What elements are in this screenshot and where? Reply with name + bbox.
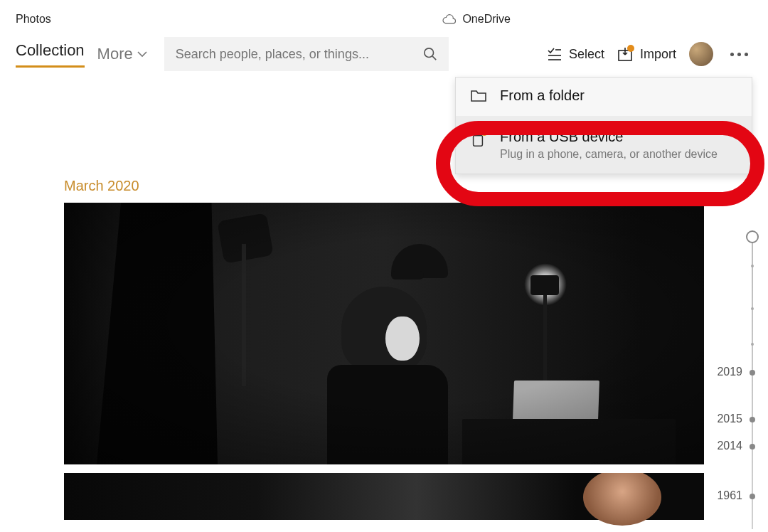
svg-line-1 (432, 56, 436, 60)
import-from-folder[interactable]: From a folder (456, 78, 752, 116)
timeline-marker[interactable] (750, 417, 755, 422)
search-box[interactable] (164, 37, 449, 71)
onedrive-label: OneDrive (462, 13, 511, 26)
dot-icon (737, 53, 741, 56)
search-input[interactable] (176, 47, 410, 62)
import-button[interactable]: Import (617, 46, 676, 62)
tab-more[interactable]: More (97, 45, 147, 63)
tab-more-label: More (97, 45, 133, 63)
folder-icon (470, 89, 487, 103)
timeline-scrubber[interactable]: 2019 2015 2014 1961 (714, 230, 764, 529)
dot-icon (730, 53, 734, 56)
photo-thumbnail[interactable] (64, 203, 704, 464)
timeline-track (752, 230, 753, 529)
chevron-down-icon (137, 51, 147, 58)
photo-thumbnail[interactable] (64, 473, 704, 520)
timeline-year[interactable]: 2015 (717, 413, 742, 425)
usb-badge (480, 127, 489, 136)
timeline-marker[interactable] (750, 444, 755, 449)
timeline-year[interactable]: 2014 (717, 440, 742, 452)
select-icon (546, 46, 562, 62)
timeline-marker[interactable] (750, 370, 755, 376)
select-label: Select (569, 47, 604, 62)
timeline-tick (751, 265, 754, 267)
import-usb-subtitle: Plug in a phone, camera, or another devi… (500, 148, 718, 161)
timeline-year[interactable]: 1961 (717, 489, 742, 502)
import-usb-title: From a USB device (500, 129, 718, 145)
timeline-year[interactable]: 2019 (717, 366, 742, 378)
import-badge (627, 45, 634, 52)
date-heading[interactable]: March 2020 (64, 178, 751, 194)
tab-collection[interactable]: Collection (16, 41, 85, 68)
dot-icon (745, 53, 748, 56)
select-button[interactable]: Select (546, 46, 604, 62)
timeline-marker[interactable] (750, 494, 755, 499)
onedrive-status[interactable]: OneDrive (442, 13, 511, 26)
timeline-cursor[interactable] (746, 230, 759, 243)
photo-face-fragment (583, 469, 661, 526)
import-dropdown: From a folder From a USB device Plug in … (455, 77, 752, 174)
user-avatar[interactable] (689, 42, 713, 66)
timeline-tick (751, 307, 754, 310)
more-menu-button[interactable] (726, 48, 752, 60)
timeline-tick (751, 343, 754, 346)
import-from-usb[interactable]: From a USB device Plug in a phone, camer… (456, 116, 752, 174)
import-label: Import (640, 47, 676, 62)
search-icon[interactable] (423, 47, 437, 61)
photo-scene (64, 203, 704, 464)
svg-rect-7 (474, 136, 483, 147)
import-folder-title: From a folder (500, 87, 585, 104)
cloud-icon (442, 14, 457, 24)
svg-point-0 (425, 48, 434, 58)
app-title: Photos (16, 13, 51, 26)
